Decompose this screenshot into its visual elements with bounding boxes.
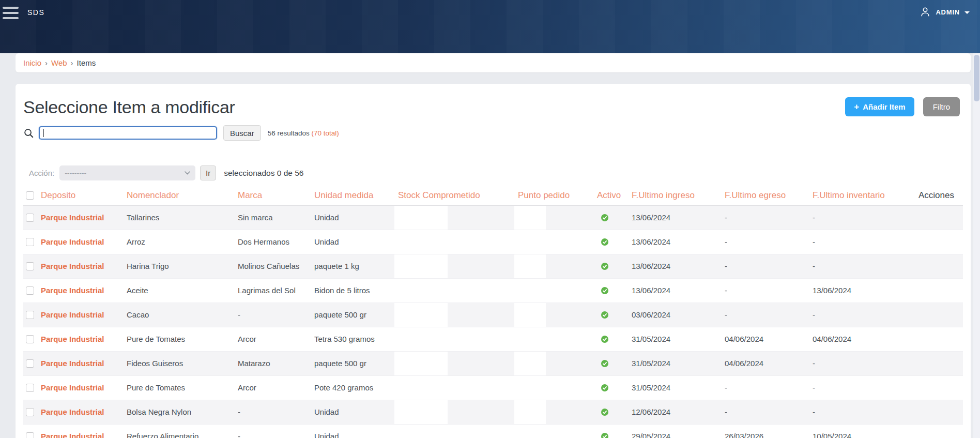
stock-value-box	[394, 303, 448, 327]
punto-pedido-cell	[514, 230, 593, 254]
ultimo-inventario-cell: -	[809, 375, 915, 400]
row-select-cell	[23, 327, 37, 351]
filter-button[interactable]: Filtro	[923, 97, 960, 116]
deposito-cell: Parque Industrial	[37, 254, 123, 278]
sort-link-punto[interactable]: Punto pedido	[518, 190, 570, 200]
ultimo-ingreso-cell: 13/06/2024	[628, 205, 721, 230]
selected-summary: seleccionados 0 de 56	[224, 169, 303, 178]
action-select[interactable]: ---------	[59, 165, 195, 180]
deposito-link[interactable]: Parque Industrial	[41, 432, 104, 438]
row-checkbox[interactable]	[26, 238, 34, 246]
action-label: Acción:	[29, 169, 54, 177]
row-checkbox[interactable]	[26, 214, 34, 222]
scrollbar-track[interactable]	[973, 53, 980, 438]
acciones-cell	[915, 424, 963, 438]
marca-cell: -	[234, 400, 311, 424]
table-row: Parque IndustrialTallarinesSin marcaUnid…	[23, 205, 963, 230]
sort-link-ingreso[interactable]: F.Ultimo ingreso	[632, 190, 695, 200]
unidad-cell: Unidad	[311, 424, 394, 438]
stock-cell	[394, 351, 514, 375]
deposito-cell: Parque Industrial	[37, 303, 123, 327]
acciones-cell	[915, 400, 963, 424]
search-icon	[23, 128, 34, 139]
unidad-cell: Tetra 530 gramos	[311, 327, 394, 351]
total-results-link[interactable]: (70 total)	[312, 129, 339, 137]
go-button[interactable]: Ir	[200, 165, 216, 180]
sort-link-egreso[interactable]: F.Ultimo egreso	[725, 190, 786, 200]
marca-cell: Sin marca	[234, 205, 311, 230]
active-check-icon	[601, 263, 608, 270]
stock-value-box	[394, 230, 448, 254]
row-checkbox[interactable]	[26, 432, 34, 438]
ultimo-egreso-cell: -	[721, 254, 809, 278]
sort-link-unidad[interactable]: Unidad medida	[314, 190, 373, 200]
row-checkbox[interactable]	[26, 408, 34, 416]
punto-pedido-value-box	[514, 279, 546, 303]
user-menu[interactable]: ADMIN	[920, 6, 970, 18]
breadcrumb-link-inicio[interactable]: Inicio	[23, 58, 41, 67]
search-input[interactable]	[39, 126, 217, 140]
deposito-cell: Parque Industrial	[37, 400, 123, 424]
ultimo-inventario-cell: -	[809, 230, 915, 254]
row-checkbox[interactable]	[26, 335, 34, 343]
ultimo-egreso-cell: -	[721, 230, 809, 254]
unidad-cell: Unidad	[311, 205, 394, 230]
row-checkbox[interactable]	[26, 384, 34, 392]
row-select-cell	[23, 230, 37, 254]
deposito-link[interactable]: Parque Industrial	[41, 310, 104, 319]
activo-cell	[593, 254, 628, 278]
breadcrumb-separator: ›	[45, 58, 48, 67]
nomenclador-cell: Arroz	[123, 230, 234, 254]
row-select-cell	[23, 400, 37, 424]
scrollbar-thumb[interactable]	[974, 55, 979, 101]
activo-cell	[593, 351, 628, 375]
breadcrumb-separator: ›	[71, 58, 73, 67]
ultimo-ingreso-cell: 13/06/2024	[628, 278, 721, 303]
sort-link-deposito[interactable]: Deposito	[41, 190, 75, 200]
sort-link-marca[interactable]: Marca	[238, 190, 262, 200]
column-header-inventario: F.Ultimo inventario	[809, 188, 915, 205]
deposito-link[interactable]: Parque Industrial	[41, 407, 104, 416]
column-header-nomenclador: Nomenclador	[123, 188, 234, 205]
stock-cell	[394, 230, 514, 254]
marca-cell: Arcor	[234, 327, 311, 351]
sort-link-stock[interactable]: Stock Comprometido	[398, 190, 480, 200]
row-checkbox[interactable]	[26, 286, 34, 295]
stock-cell	[394, 278, 514, 303]
punto-pedido-value-box	[514, 254, 546, 278]
ultimo-egreso-cell: -	[721, 375, 809, 400]
ultimo-inventario-cell: -	[809, 254, 915, 278]
menu-toggle-icon[interactable]	[3, 7, 19, 22]
breadcrumb-link-web[interactable]: Web	[51, 58, 67, 67]
select-all-checkbox[interactable]	[26, 191, 34, 200]
unidad-cell: Pote 420 gramos	[311, 375, 394, 400]
results-text: 56 resultados	[268, 129, 310, 137]
deposito-link[interactable]: Parque Industrial	[41, 359, 104, 368]
active-check-icon	[601, 287, 608, 294]
ultimo-inventario-cell: -	[809, 205, 915, 230]
sort-link-nomenclador[interactable]: Nomenclador	[127, 190, 179, 200]
deposito-link[interactable]: Parque Industrial	[41, 237, 104, 246]
punto-pedido-cell	[514, 400, 593, 424]
unidad-cell: Unidad	[311, 230, 394, 254]
sort-link-inventario[interactable]: F.Ultimo inventario	[813, 190, 885, 200]
row-checkbox[interactable]	[26, 311, 34, 319]
add-item-button[interactable]: + Añadir Item	[845, 97, 914, 116]
app-header: SDS ADMIN	[0, 0, 980, 53]
deposito-link[interactable]: Parque Industrial	[41, 335, 104, 343]
deposito-link[interactable]: Parque Industrial	[41, 262, 104, 270]
sort-link-activo[interactable]: Activo	[597, 190, 621, 200]
row-checkbox[interactable]	[26, 359, 34, 368]
unidad-cell: paquete 500 gr	[311, 303, 394, 327]
ultimo-ingreso-cell: 13/06/2024	[628, 230, 721, 254]
nomenclador-cell: Pure de Tomates	[123, 327, 234, 351]
row-select-cell	[23, 278, 37, 303]
deposito-link[interactable]: Parque Industrial	[41, 286, 104, 295]
deposito-link[interactable]: Parque Industrial	[41, 213, 104, 222]
stock-value-box	[394, 279, 448, 303]
search-button[interactable]: Buscar	[223, 125, 261, 141]
acciones-cell	[915, 327, 963, 351]
deposito-link[interactable]: Parque Industrial	[41, 383, 104, 392]
row-checkbox[interactable]	[26, 262, 34, 270]
active-check-icon	[601, 409, 608, 416]
